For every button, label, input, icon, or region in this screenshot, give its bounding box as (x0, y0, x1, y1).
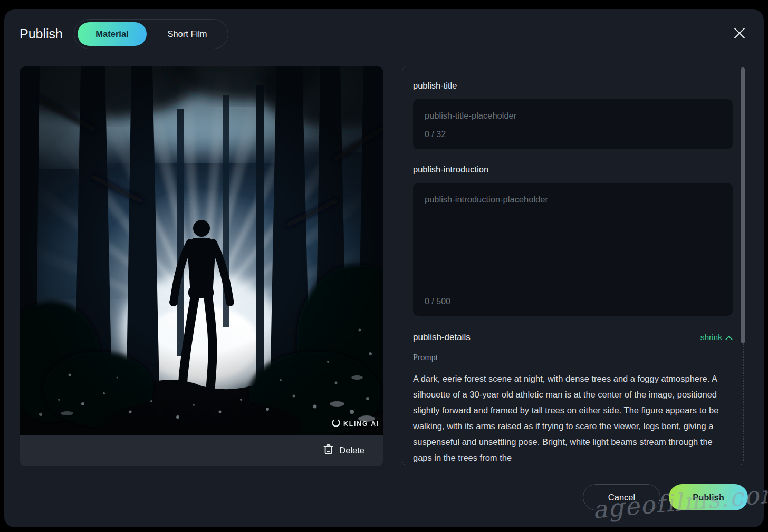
tab-material[interactable]: Material (78, 22, 147, 46)
svg-text:KLING AI: KLING AI (343, 420, 379, 428)
cancel-button[interactable]: Cancel (583, 484, 660, 510)
trash-icon (323, 444, 333, 457)
forest-silhouette-image: KLING AI (20, 66, 383, 435)
delete-label: Delete (339, 446, 364, 456)
shrink-toggle[interactable]: shrink (700, 333, 733, 342)
media-footer: Delete (20, 435, 383, 466)
publish-form-panel: publish-title 0 / 32 publish-introductio… (402, 67, 744, 465)
media-card: KLING AI Delete (20, 66, 383, 466)
page-title: Publish (20, 26, 63, 42)
details-label: publish-details (413, 332, 471, 343)
publish-type-tabs: Material Short Film (74, 19, 228, 49)
title-input[interactable] (413, 104, 733, 127)
publish-dialog: Publish Material Short Film (4, 9, 764, 527)
shrink-label: shrink (700, 333, 722, 342)
title-char-counter: 0 / 32 (425, 130, 446, 139)
introduction-label: publish-introduction (413, 164, 733, 175)
chevron-up-icon (725, 333, 733, 342)
close-icon[interactable] (731, 25, 748, 42)
tab-short-film[interactable]: Short Film (147, 20, 228, 49)
panel-scrollbar-thumb[interactable] (741, 67, 745, 343)
prompt-label: Prompt (413, 353, 733, 363)
title-label: publish-title (413, 80, 733, 91)
title-input-box: 0 / 32 (413, 99, 733, 149)
delete-button[interactable]: Delete (323, 444, 364, 457)
introduction-textarea[interactable] (413, 188, 733, 278)
prompt-text: A dark, eerie forest scene at night, wit… (413, 371, 733, 465)
publish-button[interactable]: Publish (669, 484, 748, 510)
introduction-char-counter: 0 / 500 (425, 297, 450, 306)
details-row: publish-details shrink (413, 332, 733, 343)
introduction-input-box: 0 / 500 (413, 183, 733, 316)
